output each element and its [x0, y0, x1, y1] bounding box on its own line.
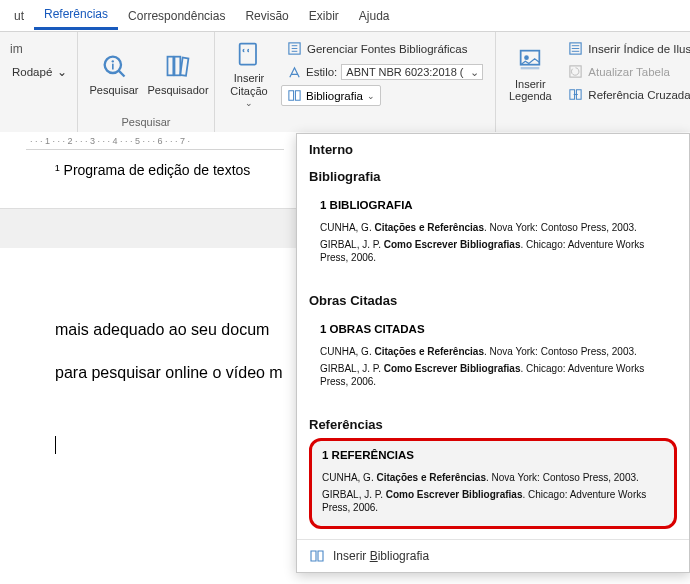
biblio-entry: CUNHA, G. Citações e Referências. Nova Y… [322, 471, 664, 484]
gerenciar-fontes-label: Gerenciar Fontes Bibliográficas [307, 43, 467, 55]
chevron-down-icon: ⌄ [367, 91, 375, 101]
rodape-button[interactable]: Rodapé ⌄ [6, 62, 71, 82]
books-icon [164, 52, 192, 80]
biblio-entry: GIRBAL, J. P. Como Escrever Bibliografia… [322, 488, 664, 514]
biblio-entry: CUNHA, G. Citações e Referências. Nova Y… [320, 345, 666, 358]
estilo-label: Estilo: [306, 66, 337, 78]
biblio-entry: CUNHA, G. Citações e Referências. Nova Y… [320, 221, 666, 234]
biblio-heading-0: 1 BIBLIOGRAFIA [320, 199, 666, 211]
bibliografia-dropdown: Interno Bibliografia 1 BIBLIOGRAFIA CUNH… [296, 133, 690, 573]
tab-partial-ut[interactable]: ut [4, 3, 34, 29]
biblio-entry: GIRBAL, J. P. Como Escrever Bibliografia… [320, 362, 666, 388]
inserir-bibliografia-action[interactable]: Inserir Bibliografia [297, 539, 689, 572]
biblio-option-referencias[interactable]: 1 REFERÊNCIAS CUNHA, G. Citações e Refer… [309, 438, 677, 529]
svg-rect-6 [180, 58, 188, 76]
bibliography-icon [309, 548, 325, 564]
biblio-entry: GIRBAL, J. P. Como Escrever Bibliografia… [320, 238, 666, 264]
svg-rect-7 [240, 44, 256, 65]
biblio-heading-1: 1 OBRAS CITADAS [320, 323, 666, 335]
pesquisador-button[interactable]: Pesquisador [148, 36, 208, 112]
svg-rect-4 [168, 57, 174, 76]
inserir-legenda-label: Inserir Legenda [509, 78, 552, 102]
tab-exibir[interactable]: Exibir [299, 3, 349, 29]
chevron-down-icon: ⌄ [245, 98, 253, 108]
rodape-label: Rodapé [12, 66, 52, 78]
estilo-selector[interactable]: Estilo: ABNT NBR 6023:2018 ( [281, 61, 489, 83]
svg-point-13 [524, 55, 529, 60]
bibliografia-button[interactable]: Bibliografia ⌄ [281, 85, 381, 106]
style-icon [287, 65, 302, 80]
citation-icon [235, 40, 263, 68]
svg-rect-14 [521, 67, 540, 69]
caption-icon [516, 46, 544, 74]
dropdown-header-interno: Interno [297, 134, 689, 163]
ribbon: im Rodapé ⌄ Pesquisar Pesquisador Pesqui… [0, 32, 690, 132]
biblio-option-obras-citadas[interactable]: 1 OBRAS CITADAS CUNHA, G. Citações e Ref… [309, 314, 677, 401]
group-label-empty [6, 128, 71, 130]
group-label-legenda [502, 128, 690, 130]
search-info-icon [100, 52, 128, 80]
body-line-2: para pesquisar online o vídeo m [55, 351, 285, 394]
ribbon-tabs: ut Referências Correspondências Revisão … [0, 0, 690, 32]
biblio-heading-2: 1 REFERÊNCIAS [322, 449, 664, 461]
group-label-cit [221, 128, 489, 130]
manage-sources-icon [287, 41, 302, 56]
biblio-category-referencias: Referências [309, 417, 677, 432]
pesquisar-label: Pesquisar [90, 84, 139, 96]
inserir-citacao-button[interactable]: Inserir Citação ⌄ [221, 36, 277, 112]
bibliografia-label: Bibliografia [306, 90, 363, 102]
inserir-legenda-button[interactable]: Inserir Legenda [502, 36, 558, 112]
index-icon [568, 41, 583, 56]
horizontal-ruler[interactable]: · · · 1 · · · 2 · · · 3 · · · 4 · · · 5 … [26, 132, 284, 150]
text-cursor [55, 436, 56, 454]
tab-referencias[interactable]: Referências [34, 1, 118, 30]
body-line-1: mais adequado ao seu docum [55, 308, 285, 351]
chevron-down-icon: ⌄ [57, 65, 67, 79]
referencia-cruzada-label: Referência Cruzada [588, 89, 690, 101]
biblio-category-bibliografia: Bibliografia [309, 169, 677, 184]
tab-ajuda[interactable]: Ajuda [349, 3, 400, 29]
atualizar-tabela-label: Atualizar Tabela [588, 66, 670, 78]
estilo-value: ABNT NBR 6023:2018 ( [346, 66, 463, 78]
group-label-pesquisar: Pesquisar [84, 116, 208, 130]
inserir-indice-label: Inserir Índice de Ilustr [588, 43, 690, 55]
atualizar-tabela-button: Atualizar Tabela [562, 61, 690, 82]
estilo-dropdown[interactable]: ABNT NBR 6023:2018 ( [341, 64, 483, 80]
gerenciar-fontes-button[interactable]: Gerenciar Fontes Bibliográficas [281, 38, 489, 59]
svg-point-2 [112, 60, 114, 62]
biblio-category-obras: Obras Citadas [309, 293, 677, 308]
svg-line-1 [119, 71, 125, 77]
inserir-citacao-label: Inserir Citação [230, 72, 267, 96]
pesquisador-label: Pesquisador [147, 84, 208, 96]
inserir-bibliografia-label: Inserir Bibliografia [333, 549, 429, 563]
refresh-icon [568, 64, 583, 79]
tab-revisao[interactable]: Revisão [235, 3, 298, 29]
svg-rect-3 [112, 64, 114, 70]
cross-ref-icon [568, 87, 583, 102]
biblio-option-bibliografia[interactable]: 1 BIBLIOGRAFIA CUNHA, G. Citações e Refe… [309, 190, 677, 277]
inserir-indice-button[interactable]: Inserir Índice de Ilustr [562, 38, 690, 59]
svg-rect-5 [175, 57, 181, 76]
partial-im: im [6, 36, 71, 62]
referencia-cruzada-button[interactable]: Referência Cruzada [562, 84, 690, 105]
tab-correspondencias[interactable]: Correspondências [118, 3, 235, 29]
bibliography-icon [287, 88, 302, 103]
pesquisar-button[interactable]: Pesquisar [84, 36, 144, 112]
